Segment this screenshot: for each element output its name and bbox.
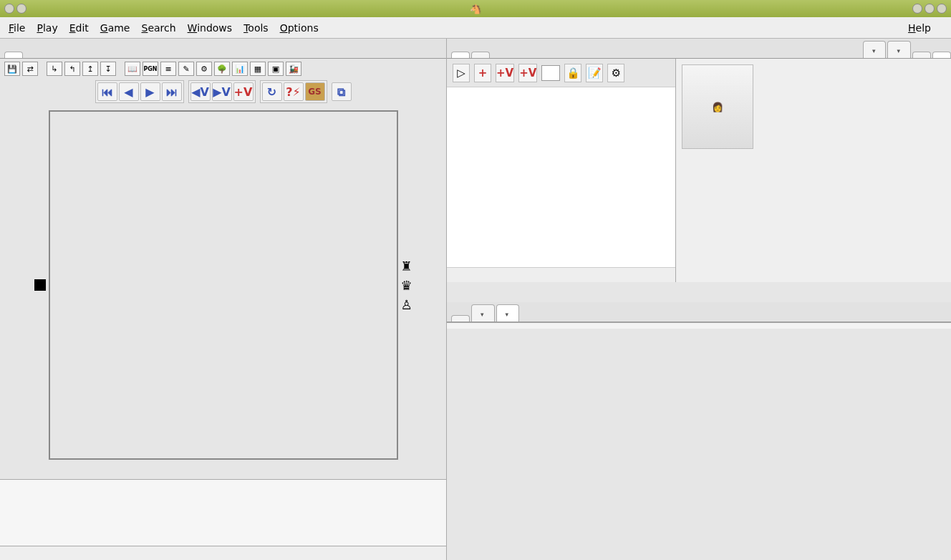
- copy-icon[interactable]: ⧉: [332, 82, 352, 101]
- tab-board[interactable]: [4, 52, 23, 58]
- save-icon[interactable]: 💾: [4, 62, 20, 76]
- menu-options[interactable]: Options: [280, 22, 319, 34]
- tablebase-icon[interactable]: ▣: [268, 62, 284, 76]
- nav-first[interactable]: ⏮: [97, 82, 117, 101]
- player-info-panel: 👩: [676, 59, 951, 282]
- tab-engine[interactable]: [451, 52, 470, 58]
- nav-var-add[interactable]: +V: [233, 82, 254, 101]
- toolbar-main: 💾 ⇄ ↳ ↰ ↥ ↧ 📖 PGN ≡ ✎ ⚙ 🌳 📊 ▦ ▣ 🚂: [0, 59, 446, 79]
- pgn-icon[interactable]: PGN: [143, 62, 158, 76]
- engine-output[interactable]: [447, 87, 675, 268]
- menu-search[interactable]: Search: [142, 22, 176, 34]
- engine-lock-icon[interactable]: 🔒: [564, 64, 581, 82]
- status-bar: [0, 546, 446, 560]
- switch-icon[interactable]: ⇄: [22, 62, 38, 76]
- var-promote-icon[interactable]: ↥: [82, 62, 98, 76]
- tree-icon[interactable]: 🌳: [214, 62, 230, 76]
- sysmenu-icon[interactable]: [4, 4, 14, 14]
- nav-toolbar: ⏮ ◀ ▶ ⏭ ◀V ▶V +V ↻ ?⚡ GS ⧉: [0, 79, 446, 107]
- tab-best-games[interactable]: [912, 52, 931, 58]
- window-titlebar: 🐴: [0, 0, 951, 17]
- nav-var-prev[interactable]: ◀V: [190, 82, 211, 101]
- engine-toolbar: ▷ + +V +V 🔒 📝 ⚙: [447, 59, 675, 87]
- score-chart[interactable]: [450, 332, 944, 557]
- nav-last[interactable]: ⏭: [162, 82, 182, 101]
- autoplay-icon[interactable]: ↻: [262, 82, 282, 101]
- book-icon[interactable]: 📖: [125, 62, 140, 76]
- engine-config-icon[interactable]: ⚙: [607, 64, 624, 82]
- gamelist-icon[interactable]: ≡: [160, 62, 176, 76]
- player-photo: 👩: [682, 64, 753, 149]
- nav-prev[interactable]: ◀: [119, 82, 139, 101]
- engine-play-icon[interactable]: ▷: [453, 64, 470, 82]
- menu-game[interactable]: Game: [100, 22, 130, 34]
- tab-score-graph[interactable]: ▾: [496, 304, 520, 322]
- nav-var-next[interactable]: ▶V: [212, 82, 232, 101]
- tab-game-list[interactable]: [451, 315, 470, 322]
- menu-play[interactable]: Play: [37, 22, 57, 34]
- engine-plus-icon[interactable]: +: [474, 64, 491, 82]
- var-delete-icon[interactable]: ↧: [100, 62, 116, 76]
- tab-tree[interactable]: ▾: [887, 41, 911, 58]
- menu-file[interactable]: File: [9, 22, 25, 34]
- stats-icon[interactable]: 🚂: [286, 62, 301, 76]
- engine-addvar-icon[interactable]: +V: [496, 64, 514, 82]
- engine-multipv-input[interactable]: [541, 65, 560, 81]
- engine-status: [447, 268, 675, 282]
- maximize-button[interactable]: [925, 4, 935, 14]
- game-info-panel: [0, 479, 446, 546]
- var-exit-icon[interactable]: ↰: [64, 62, 80, 76]
- graph-icon[interactable]: 📊: [232, 62, 248, 76]
- table-icon[interactable]: ▦: [250, 62, 266, 76]
- gs-icon[interactable]: GS: [305, 82, 325, 101]
- minimize-button[interactable]: [912, 4, 922, 14]
- chess-board[interactable]: [49, 110, 398, 460]
- captured-pieces: ♜♛♙: [398, 259, 415, 312]
- cross-icon[interactable]: ✎: [178, 62, 194, 76]
- engine-go-icon[interactable]: ?⚡: [284, 82, 304, 101]
- menu-tools[interactable]: Tools: [243, 22, 269, 34]
- tab-player-info[interactable]: [932, 52, 951, 58]
- nav-next[interactable]: ▶: [140, 82, 160, 101]
- engine-addvar2-icon[interactable]: +V: [518, 64, 537, 82]
- menubar: File Play Edit Game Search Windows Tools…: [0, 17, 951, 39]
- menu-edit[interactable]: Edit: [69, 22, 89, 34]
- sticky-icon[interactable]: [16, 4, 26, 14]
- side-to-move-indicator: [34, 279, 46, 291]
- tab-comment-editor[interactable]: [471, 52, 490, 58]
- tab-crosstable[interactable]: ▾: [471, 304, 495, 322]
- engine-icon[interactable]: ⚙: [196, 62, 212, 76]
- close-button[interactable]: [937, 4, 947, 14]
- menu-help[interactable]: Help: [908, 22, 931, 34]
- menu-windows[interactable]: Windows: [188, 22, 233, 34]
- var-enter-icon[interactable]: ↳: [47, 62, 62, 76]
- tab-pgn[interactable]: ▾: [863, 41, 887, 58]
- engine-note-icon[interactable]: 📝: [586, 64, 603, 82]
